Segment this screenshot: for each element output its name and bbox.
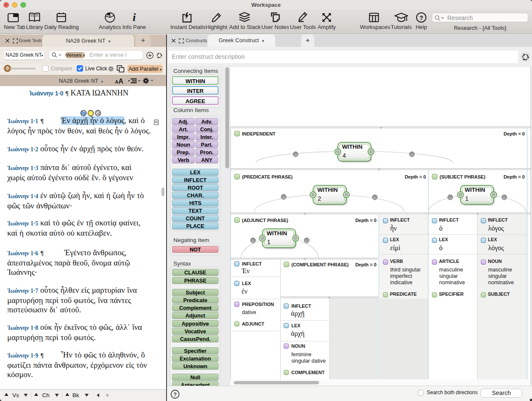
svg-text:Bk: Bk xyxy=(72,392,79,398)
svg-text:4: 4 xyxy=(342,152,346,159)
svg-text:WITHIN: WITHIN xyxy=(267,230,287,237)
svg-text:1: 1 xyxy=(465,195,469,202)
svg-text:Ch: Ch xyxy=(42,392,49,398)
svg-text:WITHIN: WITHIN xyxy=(317,187,338,193)
svg-text:i: i xyxy=(132,12,136,23)
svg-text:2: 2 xyxy=(318,195,321,202)
svg-text:?: ? xyxy=(173,391,177,398)
svg-text:WITHIN: WITHIN xyxy=(342,144,362,150)
svg-text:Vs: Vs xyxy=(12,392,19,398)
svg-text:1: 1 xyxy=(267,239,270,245)
svg-text:?: ? xyxy=(419,14,423,21)
svg-text:WITHIN: WITHIN xyxy=(465,187,485,193)
